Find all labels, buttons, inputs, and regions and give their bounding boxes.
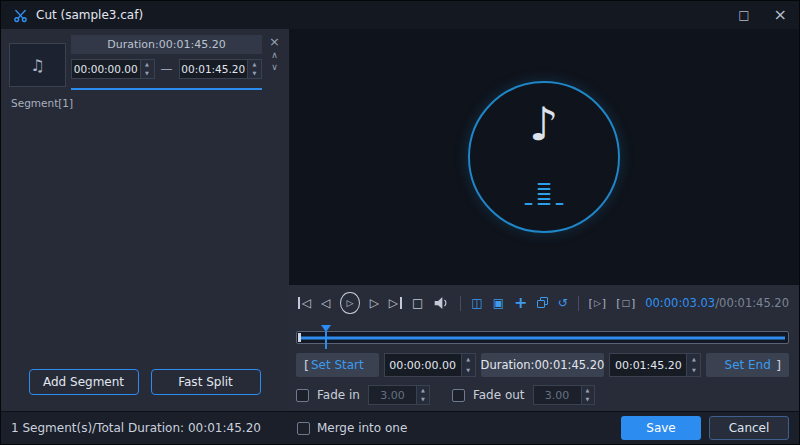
step-up-icon[interactable]: ▲ bbox=[141, 60, 154, 69]
play-button[interactable]: ▷ bbox=[340, 292, 359, 314]
fade-in-label: Fade in bbox=[317, 388, 360, 402]
clip-range-bar bbox=[300, 336, 785, 339]
equalizer-icon bbox=[525, 183, 564, 205]
segment-end-value[interactable]: 00:01:45.20 bbox=[180, 60, 248, 78]
skip-to-start-icon[interactable]: ◁ bbox=[298, 297, 311, 309]
timeline[interactable] bbox=[296, 325, 789, 345]
trim-start-value[interactable]: 00:00:00.00 bbox=[385, 354, 461, 376]
time-display: 00:00:03.03/00:01:45.20 bbox=[645, 296, 789, 310]
reset-icon[interactable]: ↺ bbox=[558, 297, 568, 309]
toolbar-separator bbox=[460, 296, 461, 311]
step-down-icon[interactable]: ▼ bbox=[248, 69, 261, 78]
preview-stop-icon: □ bbox=[621, 298, 630, 308]
trim-end-value[interactable]: 00:01:45.20 bbox=[610, 354, 686, 376]
title-bar: Cut (sample3.caf) □ × bbox=[1, 1, 799, 29]
music-note-icon: ♫ bbox=[30, 56, 44, 75]
window-title: Cut (sample3.caf) bbox=[36, 8, 143, 22]
segment-progress-line bbox=[71, 88, 262, 90]
step-up-icon[interactable]: ▲ bbox=[248, 60, 261, 69]
step-down-icon[interactable]: ▼ bbox=[462, 365, 475, 376]
segment-start-time-input[interactable]: 00:00:00.00 ▲ ▼ bbox=[71, 59, 155, 79]
cut-dialog-window: Cut (sample3.caf) □ × ♫ Segment[1] Durat… bbox=[0, 0, 800, 445]
fade-in-checkbox[interactable] bbox=[296, 389, 309, 402]
step-down-icon[interactable]: ▼ bbox=[582, 395, 594, 404]
toolbar-separator bbox=[578, 296, 579, 311]
segment-item[interactable]: ♫ Segment[1] Duration:00:01:45.20 00:00:… bbox=[9, 35, 280, 129]
segment-list-panel: ♫ Segment[1] Duration:00:01:45.20 00:00:… bbox=[1, 29, 288, 411]
move-segment-down-icon[interactable]: ∨ bbox=[271, 63, 278, 72]
maximize-icon[interactable]: □ bbox=[738, 9, 749, 21]
preview-play-button[interactable]: [ ▷ ] bbox=[589, 297, 607, 310]
summary-label: 1 Segment(s)/Total Duration: 00:01:45.20 bbox=[11, 421, 261, 435]
preview-panel: ♪ ◁ ◁ ▷ ▷ ▷ □ ◫ ▣ + bbox=[288, 29, 799, 411]
playback-toolbar: ◁ ◁ ▷ ▷ ▷ □ ◫ ▣ + ↺ [ ▷ ] bbox=[298, 289, 789, 317]
scissors-icon bbox=[13, 8, 28, 23]
skip-to-end-icon[interactable]: ▷ bbox=[389, 297, 402, 309]
segment-name-label: Segment[1] bbox=[11, 97, 73, 109]
preview-play-icon: ▷ bbox=[594, 298, 601, 308]
audio-preview-area: ♪ bbox=[289, 29, 799, 285]
step-up-icon[interactable]: ▲ bbox=[687, 354, 700, 365]
step-back-icon[interactable]: ◁ bbox=[321, 297, 330, 309]
remove-segment-icon[interactable]: × bbox=[269, 35, 280, 48]
trim-start-time-input[interactable]: 00:00:00.00 ▲ ▼ bbox=[384, 353, 476, 377]
fast-split-button[interactable]: Fast Split bbox=[151, 369, 261, 395]
cancel-button[interactable]: Cancel bbox=[709, 416, 789, 440]
merge-checkbox[interactable] bbox=[297, 422, 310, 435]
add-segment-button[interactable]: Add Segment bbox=[29, 369, 139, 395]
segment-end-time-input[interactable]: 00:01:45.20 ▲ ▼ bbox=[179, 59, 263, 79]
segment-thumbnail[interactable]: ♫ bbox=[9, 43, 66, 87]
time-range-dash: — bbox=[161, 62, 173, 76]
stop-icon[interactable]: □ bbox=[412, 297, 423, 309]
fade-out-checkbox[interactable] bbox=[452, 389, 465, 402]
step-down-icon[interactable]: ▼ bbox=[687, 365, 700, 376]
footer-bar: 1 Segment(s)/Total Duration: 00:01:45.20… bbox=[1, 411, 799, 444]
volume-icon[interactable] bbox=[433, 296, 450, 310]
step-up-icon[interactable]: ▲ bbox=[417, 386, 429, 395]
set-start-button[interactable]: [ Set Start bbox=[296, 353, 379, 377]
segment-start-value[interactable]: 00:00:00.00 bbox=[72, 60, 140, 78]
fade-out-value[interactable]: 3.00 bbox=[534, 386, 581, 404]
audio-placeholder-circle: ♪ bbox=[468, 81, 620, 233]
fade-in-value[interactable]: 3.00 bbox=[369, 386, 416, 404]
current-time: 00:00:03.03 bbox=[645, 296, 715, 310]
split-segment-icon[interactable]: ◫ bbox=[471, 297, 482, 309]
fade-in-input[interactable]: 3.00 ▲ ▼ bbox=[368, 385, 430, 405]
step-down-icon[interactable]: ▼ bbox=[417, 395, 429, 404]
set-end-button[interactable]: Set End ] bbox=[706, 353, 789, 377]
step-forward-icon[interactable]: ▷ bbox=[370, 297, 379, 309]
timeline-track[interactable] bbox=[296, 331, 789, 344]
trim-duration-label: Duration:00:01:45.20 bbox=[481, 353, 605, 377]
trim-controls: [ Set Start 00:00:00.00 ▲ ▼ Duration:00:… bbox=[296, 353, 789, 377]
add-segment-icon[interactable]: + bbox=[514, 295, 527, 311]
fade-controls: Fade in 3.00 ▲ ▼ Fade out 3.00 ▲ ▼ bbox=[296, 385, 609, 405]
trim-end-time-input[interactable]: 00:01:45.20 ▲ ▼ bbox=[609, 353, 701, 377]
play-icon: ▷ bbox=[347, 298, 354, 308]
step-down-icon[interactable]: ▼ bbox=[141, 69, 154, 78]
playhead-marker[interactable] bbox=[321, 325, 331, 332]
step-up-icon[interactable]: ▲ bbox=[462, 354, 475, 365]
save-button[interactable]: Save bbox=[621, 416, 701, 440]
copy-segment-icon[interactable] bbox=[537, 297, 547, 309]
move-segment-up-icon[interactable]: ∧ bbox=[271, 51, 278, 60]
segment-duration-label: Duration:00:01:45.20 bbox=[71, 35, 262, 54]
select-region-icon[interactable]: ▣ bbox=[493, 297, 504, 309]
fade-out-input[interactable]: 3.00 ▲ ▼ bbox=[533, 385, 595, 405]
close-icon[interactable]: × bbox=[774, 7, 787, 23]
merge-label: Merge into one bbox=[317, 421, 407, 435]
fade-out-label: Fade out bbox=[473, 388, 525, 402]
step-up-icon[interactable]: ▲ bbox=[582, 386, 594, 395]
total-time: /00:01:45.20 bbox=[715, 296, 789, 310]
clip-start-handle[interactable] bbox=[298, 333, 301, 342]
music-note-icon: ♪ bbox=[529, 97, 558, 151]
preview-stop-button[interactable]: [ □ ] bbox=[616, 297, 635, 310]
